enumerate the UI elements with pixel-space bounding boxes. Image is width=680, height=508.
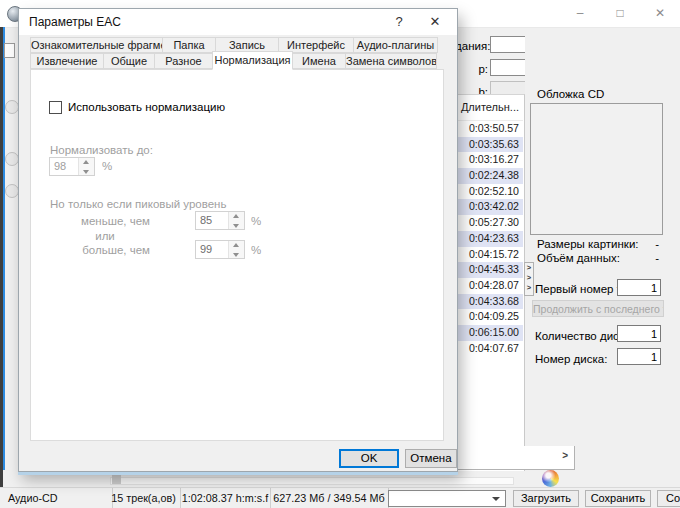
- duration-column-header[interactable]: Длительн...: [456, 95, 523, 121]
- percent-label: %: [251, 244, 261, 256]
- position-slider-thumb[interactable]: [112, 475, 121, 484]
- screen: Exact Audio Copy – □ ✕ здания: р: b: Ком…: [0, 0, 680, 508]
- expand-panel-splitter[interactable]: > > >: [524, 262, 534, 296]
- spin-buttons: [228, 241, 244, 258]
- tab-normalization[interactable]: Нормализация: [212, 51, 293, 70]
- main-window-edge: [3, 27, 5, 470]
- cancel-button[interactable]: Отмена: [405, 449, 457, 468]
- spin-down-icon: [79, 167, 94, 176]
- list-item[interactable]: 0:05:27.30: [456, 215, 523, 231]
- spin-down-icon: [229, 250, 244, 259]
- first-track-input[interactable]: [617, 279, 661, 296]
- status-total-time: 1:02:08.37 h:m:s.f: [180, 488, 271, 508]
- cover-filename-combobox[interactable]: [388, 490, 506, 507]
- list-item[interactable]: 0:04:33.68: [456, 294, 523, 310]
- or-label: или: [60, 230, 150, 242]
- percent-label: %: [251, 215, 261, 227]
- spin-down-icon: [229, 221, 244, 230]
- disc-number-input[interactable]: [617, 348, 661, 365]
- list-item[interactable]: 0:03:35.63: [456, 137, 523, 153]
- tab-names[interactable]: Имена: [292, 53, 346, 69]
- status-size-info: 627.23 Мб / 349.54 Мб: [270, 488, 389, 508]
- list-item[interactable]: 0:02:52.10: [456, 184, 523, 200]
- ok-button[interactable]: OK: [339, 449, 399, 468]
- tab-sample-fragments[interactable]: Ознакомительные фрагменты: [30, 37, 163, 53]
- use-normalization-checkbox[interactable]: [49, 101, 62, 114]
- create-cover-button[interactable]: Созд: [657, 490, 680, 507]
- list-item[interactable]: 0:03:50.57: [456, 121, 523, 137]
- status-bar: Аудио-CD 15 трек(а,ов) 1:02:08.37 h:m:s.…: [0, 487, 680, 508]
- image-size-value: -: [635, 238, 659, 250]
- dialog-footer: OK Отмена: [19, 442, 457, 471]
- duration-list: 0:03:50.570:03:35.630:03:16.270:02:24.38…: [456, 121, 523, 356]
- dialog-title: Параметры EAC: [29, 9, 121, 35]
- chevron-right-icon: >: [525, 263, 533, 273]
- normalize-to-spinner: 98: [49, 157, 95, 176]
- cd-cover-image-area[interactable]: [530, 103, 663, 235]
- spin-buttons: [228, 212, 244, 229]
- disc-count-input[interactable]: [617, 325, 661, 342]
- toolbar-button-fragment: [5, 152, 19, 166]
- greater-than-spinner: 99: [195, 240, 245, 259]
- less-than-value: 85: [200, 214, 212, 226]
- toolbar-button-fragment: [5, 100, 19, 114]
- normalization-tab-page: Использовать нормализацию Нормализовать …: [30, 69, 444, 441]
- list-item[interactable]: 0:03:16.27: [456, 152, 523, 168]
- status-cd-type: Аудио-CD: [3, 488, 113, 508]
- status-track-count: 15 трек(а,ов): [107, 488, 181, 508]
- list-item[interactable]: 0:04:09.25: [456, 309, 523, 325]
- chevron-down-icon: [492, 497, 500, 501]
- toolbar-fragment: [4, 43, 15, 58]
- dialog-titlebar: Параметры EAC ? ✕: [19, 9, 457, 35]
- track-list[interactable]: Длительн... 0:03:50.570:03:35.630:03:16.…: [456, 94, 525, 471]
- tab-misc[interactable]: Разное: [154, 53, 213, 69]
- less-than-spinner: 85: [195, 211, 245, 230]
- spin-buttons: [78, 158, 94, 175]
- less-than-label: меньше, чем: [50, 215, 150, 227]
- list-item[interactable]: 0:04:07.67: [456, 341, 523, 357]
- help-icon[interactable]: ?: [383, 9, 415, 35]
- save-cover-button[interactable]: Сохранить: [585, 490, 651, 507]
- cd-cover-title: Обложка CD: [537, 88, 604, 100]
- tab-general[interactable]: Общие: [103, 53, 155, 69]
- close-icon[interactable]: ✕: [640, 0, 680, 27]
- list-item[interactable]: 0:04:15.72: [456, 247, 523, 263]
- list-item[interactable]: 0:04:23.63: [456, 231, 523, 247]
- position-slider-track[interactable]: [110, 477, 514, 485]
- toolbar-button-fragment: [5, 184, 19, 198]
- tab-extraction[interactable]: Извлечение: [30, 53, 104, 69]
- use-normalization-label: Использовать нормализацию: [68, 101, 225, 113]
- chevron-right-icon: >: [525, 273, 533, 283]
- normalize-to-label: Нормализовать до:: [50, 144, 153, 156]
- main-window-controls: – □ ✕: [560, 0, 680, 27]
- maximize-icon[interactable]: □: [600, 0, 640, 27]
- image-size-label: Размеры картинки:: [537, 238, 639, 250]
- list-item[interactable]: 0:06:15.00: [456, 325, 523, 341]
- close-icon[interactable]: ✕: [419, 9, 451, 35]
- tab-char-replace[interactable]: Замена символов: [345, 53, 437, 69]
- chevron-right-icon: >: [525, 283, 533, 293]
- list-item[interactable]: 0:02:24.38: [456, 168, 523, 184]
- track-list-bottom: >: [456, 446, 575, 470]
- normalize-to-value: 98: [54, 160, 66, 172]
- continue-from-last-track-button: Продолжить с последнего трека: [532, 300, 664, 317]
- list-item[interactable]: 0:03:42.02: [456, 199, 523, 215]
- minimize-icon[interactable]: –: [560, 0, 600, 27]
- colorful-cd-icon: [542, 470, 559, 487]
- greater-than-value: 99: [200, 243, 212, 255]
- data-size-value: -: [635, 252, 659, 264]
- list-item[interactable]: 0:04:28.07: [456, 278, 523, 294]
- disc-number-label: Номер диска:: [535, 353, 607, 365]
- greater-than-label: больше, чем: [50, 244, 150, 256]
- tab-audio-plugins[interactable]: Аудио-плагины: [353, 37, 438, 53]
- percent-label: %: [102, 160, 112, 172]
- list-item[interactable]: 0:04:45.33: [456, 262, 523, 278]
- scroll-right-icon[interactable]: >: [562, 450, 568, 461]
- peak-condition-label: Но только если пиковый уровень: [50, 198, 226, 210]
- data-size-label: Объём данных:: [537, 252, 620, 264]
- load-cover-button[interactable]: Загрузить: [513, 490, 579, 507]
- tab-folder[interactable]: Папка: [162, 37, 216, 53]
- eac-options-dialog: Параметры EAC ? ✕ Ознакомительные фрагме…: [18, 8, 458, 472]
